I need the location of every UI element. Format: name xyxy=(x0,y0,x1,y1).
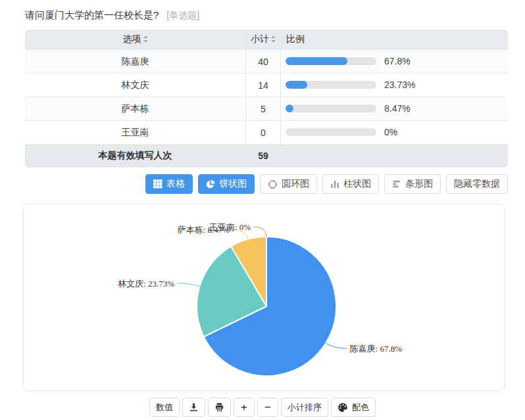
pie-label-line xyxy=(253,227,266,237)
sort-icon[interactable] xyxy=(143,34,148,45)
pie-chart-panel: 陈嘉庚: 67.8%林文庆: 23.73%萨本栋: 8.47%王亚南: 0% xyxy=(23,204,505,391)
zoom-out-button[interactable]: − xyxy=(257,398,278,417)
button-label: 柱状图 xyxy=(343,178,371,190)
results-table: 选项 小计 比例 陈嘉庚4067.8%林文庆1423.73%萨本栋58.47%王… xyxy=(25,30,508,168)
question-type-tag: [单选题] xyxy=(166,10,199,20)
sort-icon[interactable] xyxy=(271,34,276,45)
table-row: 林文庆1423.73% xyxy=(25,74,508,97)
table-row: 陈嘉庚4067.8% xyxy=(25,50,508,74)
sort-by-subtotal-button[interactable]: 小计排序 xyxy=(281,398,328,417)
chart-actions-toolbar: 数值+−小计排序配色 xyxy=(0,398,525,417)
button-label: 小计排序 xyxy=(288,402,322,413)
zoom-in-button[interactable]: + xyxy=(234,398,255,417)
option-cell: 林文庆 xyxy=(25,74,246,97)
ratio-bar-track xyxy=(286,128,376,136)
subtotal-column-header[interactable]: 小计 xyxy=(246,30,281,50)
button-label: 条形图 xyxy=(405,178,433,190)
subtotal-header-label: 小计 xyxy=(251,34,269,44)
ratio-cell: 8.47% xyxy=(281,97,508,121)
table-row: 萨本栋58.47% xyxy=(25,97,508,121)
bar-chart-button[interactable]: 条形图 xyxy=(384,174,441,194)
hide-zero-button[interactable]: 隐藏零数据 xyxy=(446,174,508,194)
ratio-cell: 0% xyxy=(281,121,508,145)
bar-icon xyxy=(392,179,401,189)
subtotal-cell: 5 xyxy=(246,97,281,121)
button-label: − xyxy=(264,401,271,414)
question-title: 请问厦门大学的第一任校长是? xyxy=(25,9,159,20)
ratio-cell: 67.8% xyxy=(281,50,508,74)
subtotal-cell: 14 xyxy=(246,74,281,97)
ratio-percent: 0% xyxy=(384,127,397,137)
option-cell: 陈嘉庚 xyxy=(25,50,246,74)
button-label: 数值 xyxy=(156,402,173,413)
button-label: 配色 xyxy=(352,402,369,413)
pie-chart-button[interactable]: 饼状图 xyxy=(198,174,255,194)
ratio-cell: 23.73% xyxy=(281,74,508,97)
subtotal-cell: 0 xyxy=(246,121,281,145)
chart-type-toolbar: 表格饼状图圆环图柱状图条形图隐藏零数据 xyxy=(0,174,508,194)
table-header-row: 选项 小计 比例 xyxy=(25,30,508,50)
donut-chart-button[interactable]: 圆环图 xyxy=(260,174,317,194)
valid-responses-count: 59 xyxy=(246,145,281,168)
ratio-percent: 23.73% xyxy=(384,80,415,90)
pie-chart[interactable]: 陈嘉庚: 67.8%林文庆: 23.73%萨本栋: 8.47%王亚南: 0% xyxy=(24,204,505,390)
column-chart-button[interactable]: 柱状图 xyxy=(322,174,379,194)
ratio-bar-track xyxy=(286,105,376,112)
ratio-header-label: 比例 xyxy=(286,34,305,44)
option-cell: 王亚南 xyxy=(25,121,246,145)
pie-label-line xyxy=(325,343,347,349)
button-label: + xyxy=(241,401,247,414)
button-label: 表格 xyxy=(166,178,185,190)
option-header-label: 选项 xyxy=(123,34,141,44)
print-button[interactable] xyxy=(208,398,231,417)
ratio-bar-track xyxy=(286,57,376,65)
button-label: 隐藏零数据 xyxy=(454,178,500,190)
pie-slice-label: 王亚南: 0% xyxy=(209,222,251,232)
results-table-wrap: 选项 小计 比例 陈嘉庚4067.8%林文庆1423.73%萨本栋58.47%王… xyxy=(25,30,508,168)
option-column-header[interactable]: 选项 xyxy=(25,30,246,50)
ratio-bar-fill xyxy=(286,81,307,89)
question-header: 请问厦门大学的第一任校长是?[单选题] xyxy=(0,0,525,22)
ratio-bar-fill xyxy=(286,57,347,65)
ratio-bar-fill xyxy=(286,105,293,112)
table-icon xyxy=(153,179,162,189)
print-icon xyxy=(214,402,224,412)
ratio-column-header: 比例 xyxy=(281,30,508,50)
pie-slice-label: 林文庆: 23.73% xyxy=(117,279,174,289)
table-footer-row: 本题有效填写人次 59 xyxy=(25,145,508,168)
donut-icon xyxy=(268,179,278,189)
valid-responses-label: 本题有效填写人次 xyxy=(25,145,246,168)
subtotal-cell: 40 xyxy=(246,50,281,74)
download-icon xyxy=(189,402,199,412)
option-cell: 萨本栋 xyxy=(25,97,246,121)
color-scheme-button[interactable]: 配色 xyxy=(331,398,376,417)
palette-icon xyxy=(338,402,348,413)
pie-icon xyxy=(206,179,215,189)
column-icon xyxy=(330,179,339,189)
footer-empty-cell xyxy=(281,145,508,168)
button-label: 圆环图 xyxy=(282,178,309,190)
values-button[interactable]: 数值 xyxy=(149,398,180,417)
pie-label-line xyxy=(177,283,200,287)
table-row: 王亚南00% xyxy=(25,121,508,145)
ratio-percent: 67.8% xyxy=(384,56,411,66)
pie-slice-label: 陈嘉庚: 67.8% xyxy=(350,344,403,354)
button-label: 饼状图 xyxy=(219,178,247,190)
table-view-button[interactable]: 表格 xyxy=(145,174,193,194)
download-button[interactable] xyxy=(182,398,205,417)
ratio-bar-track xyxy=(286,81,376,89)
ratio-percent: 8.47% xyxy=(384,103,411,114)
